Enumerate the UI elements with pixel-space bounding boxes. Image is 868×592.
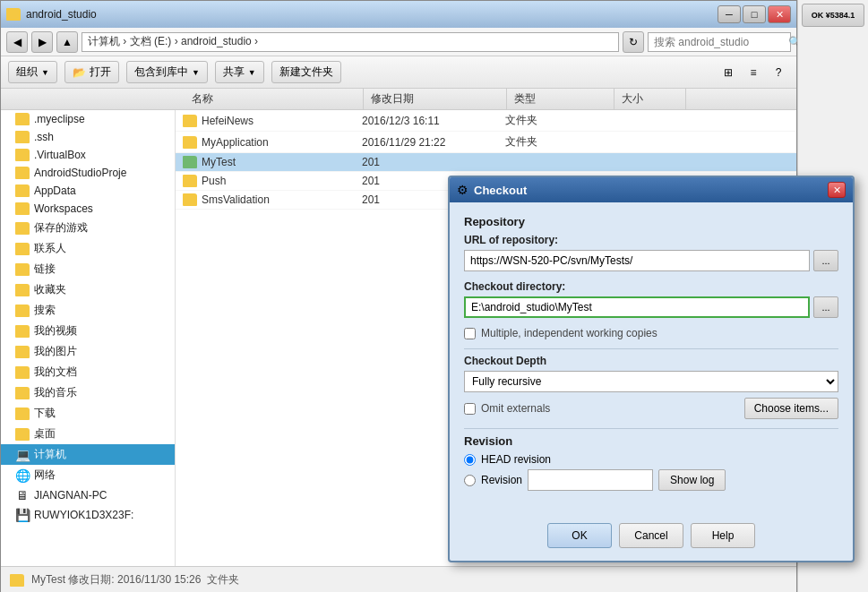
rp-ok-button[interactable]: OK ¥5384.1 [802,4,864,27]
sidebar-item-contacts[interactable]: 联系人 [1,238,175,259]
col-date[interactable]: 修改日期 [364,89,507,109]
view-details-button[interactable]: ≡ [743,62,764,83]
open-icon: 📂 [73,66,86,79]
url-browse-button[interactable]: ... [813,250,838,271]
sidebar-item-androidstudio[interactable]: AndroidStudioProje [1,164,175,182]
search-input[interactable] [654,36,788,48]
col-size[interactable]: 大小 [614,89,686,109]
sidebar-item-documents[interactable]: 我的文档 [1,362,175,382]
folder-icon [15,167,30,179]
sidebar-label: .myeclipse [34,113,85,125]
drive-icon: 💾 [15,508,30,522]
new-folder-button[interactable]: 新建文件夹 [271,61,341,83]
sidebar-item-downloads[interactable]: 下载 [1,403,175,424]
sidebar-item-computer[interactable]: 💻 计算机 [1,444,175,465]
computer-icon: 🖥 [15,488,30,502]
close-button[interactable]: ✕ [768,5,791,23]
folder-icon [15,263,30,276]
folder-icon [183,136,197,149]
forward-button[interactable]: ▶ [31,31,53,53]
table-row[interactable]: HefeiNews 2016/12/3 16:11 文件夹 [176,110,796,132]
sidebar-item-videos[interactable]: 我的视频 [1,321,175,341]
help-button[interactable]: Help [691,523,755,548]
ok-button[interactable]: OK [547,523,612,548]
share-label: 共享 [223,64,245,80]
sidebar-label: 我的视频 [34,323,77,339]
new-folder-label: 新建文件夹 [279,64,333,80]
open-button[interactable]: 📂 打开 [64,61,119,83]
sidebar-item-music[interactable]: 我的音乐 [1,382,175,403]
depth-select[interactable]: Fully recursive [464,371,838,392]
sidebar-item-ruwy[interactable]: 💾 RUWYIOK1D3X23F: [1,505,175,525]
revision-radio[interactable] [464,475,476,486]
maximize-button[interactable]: □ [743,5,766,23]
include-arrow: ▼ [192,68,200,77]
table-row[interactable]: MyTest 201 [176,153,796,172]
breadcrumb[interactable]: 计算机 › 文档 (E:) › android_studio › [82,32,619,52]
col-type[interactable]: 类型 [507,89,614,109]
multiple-copies-label: Multiple, independent working copies [481,327,657,339]
computer-icon: 💻 [15,448,30,462]
sidebar-item-ssh[interactable]: .ssh [1,128,175,146]
directory-row: ... [464,296,838,318]
file-date: 201 [355,156,498,168]
revision-text-input[interactable] [528,469,653,491]
sidebar-label: AppData [34,184,76,197]
sidebar-item-links[interactable]: 链接 [1,259,175,279]
sidebar-item-workspaces[interactable]: Workspaces [1,200,175,218]
organize-arrow: ▼ [41,68,49,77]
folder-icon [15,131,30,143]
sidebar-label: RUWYIOK1D3X23F: [34,509,133,521]
dialog-close-button[interactable]: ✕ [828,182,846,198]
col-name[interactable]: 名称 [185,89,364,109]
directory-browse-button[interactable]: ... [813,296,838,318]
sidebar-item-network[interactable]: 🌐 网络 [1,465,175,485]
dialog-titlebar: ⚙ Checkout ✕ [450,177,853,202]
head-revision-radio[interactable] [464,454,476,466]
folder-icon [15,184,30,197]
file-name: SmsValidation [202,193,270,206]
url-input[interactable] [464,250,810,271]
sidebar-item-jiangnan[interactable]: 🖥 JIANGNAN-PC [1,485,175,505]
status-text: MyTest 修改日期: 2016/11/30 15:26 [31,572,201,588]
sidebar-item-search[interactable]: 搜索 [1,300,175,321]
sidebar-label: 链接 [34,262,56,277]
file-type: 文件夹 [498,113,606,128]
cancel-button[interactable]: Cancel [619,523,683,548]
sidebar-label: 下载 [34,406,56,421]
help-icon[interactable]: ? [768,62,789,83]
sidebar-item-favorites[interactable]: 收藏夹 [1,279,175,300]
organize-button[interactable]: 组织 ▼ [8,61,57,83]
sidebar-item-savedgames[interactable]: 保存的游戏 [1,218,175,238]
table-row[interactable]: MyApplication 2016/11/29 21:22 文件夹 [176,132,796,153]
multiple-copies-checkbox[interactable] [464,328,476,339]
folder-icon [15,305,30,317]
network-icon: 🌐 [15,468,30,483]
folder-icon [15,222,30,235]
include-library-button[interactable]: 包含到库中 ▼ [126,61,208,83]
share-button[interactable]: 共享 ▼ [215,61,264,83]
address-bar: ◀ ▶ ▲ 计算机 › 文档 (E:) › android_studio › ↻… [1,28,796,56]
sidebar-item-virtualbox[interactable]: .VirtualBox [1,146,175,164]
show-log-button[interactable]: Show log [658,469,726,491]
file-name: MyTest [202,156,236,168]
minimize-button[interactable]: ─ [718,5,741,23]
revision-section: Revision HEAD revision Revision Show log [464,434,838,491]
back-button[interactable]: ◀ [6,31,28,53]
folder-icon [15,387,30,399]
refresh-button[interactable]: ↻ [623,31,644,53]
include-label: 包含到库中 [134,64,188,80]
omit-externals-checkbox[interactable] [464,403,476,415]
dialog-title-icon: ⚙ [457,183,468,197]
sidebar-label: AndroidStudioProje [34,167,126,179]
sidebar-item-pictures[interactable]: 我的图片 [1,341,175,362]
sidebar-item-desktop[interactable]: 桌面 [1,424,175,444]
view-button[interactable]: ⊞ [718,62,739,83]
directory-input[interactable] [464,296,810,318]
status-folder-icon [10,574,24,587]
sidebar-item-myeclipse[interactable]: .myeclipse [1,110,175,128]
head-revision-label: HEAD revision [481,453,551,466]
sidebar-item-appdata[interactable]: AppData [1,182,175,200]
up-button[interactable]: ▲ [56,31,78,53]
choose-items-button[interactable]: Choose items... [744,398,838,419]
